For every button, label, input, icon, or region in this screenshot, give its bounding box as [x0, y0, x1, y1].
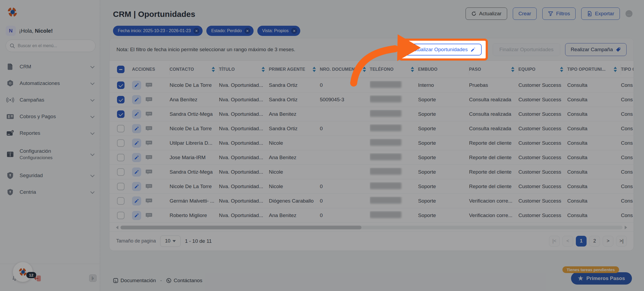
edit-icon[interactable] [132, 196, 141, 206]
documentation-link[interactable]: Documentación [113, 278, 156, 283]
select-all-checkbox[interactable] [117, 66, 125, 73]
table-row[interactable]: Roberto Migliore Nva. Oportunidad... Ana… [109, 208, 634, 223]
table-row[interactable]: Sandra Ortiz-Mega Nva. Oportunidad... An… [109, 107, 634, 121]
sort-icon[interactable] [612, 67, 617, 72]
first-steps-button[interactable]: ★ Primeros Pasos [571, 272, 632, 285]
table-row[interactable]: Jose Maria-IRM Nva. Oportunidad... Ana B… [109, 150, 634, 165]
comment-icon[interactable] [144, 153, 153, 162]
table-row[interactable]: Nicole De La Torre Nva. Oportunidad... S… [109, 78, 634, 92]
edit-icon[interactable] [132, 110, 141, 119]
filters-button[interactable]: Filtros [542, 8, 576, 20]
comment-icon[interactable] [144, 182, 153, 191]
create-button[interactable]: Crear [513, 8, 537, 20]
sort-icon[interactable] [509, 67, 514, 72]
row-checkbox[interactable] [117, 139, 125, 147]
table-row[interactable]: Ana Benítez Nva. Oportunidad... Sandra O… [109, 92, 634, 107]
comment-icon[interactable] [144, 139, 153, 148]
sort-icon[interactable] [361, 67, 366, 72]
comment-icon[interactable] [144, 167, 153, 177]
last-page-button[interactable]: >| [616, 236, 627, 247]
edit-icon[interactable] [132, 95, 141, 104]
scrollbar-thumb[interactable] [120, 226, 361, 229]
row-checkbox[interactable] [117, 168, 125, 176]
table-row[interactable]: Utilpar Librería D... Nva. Oportunidad..… [109, 136, 634, 150]
edit-icon[interactable] [132, 124, 141, 133]
chevron-down-icon[interactable] [90, 189, 95, 194]
column-header-contacto[interactable]: CONTACTO [170, 64, 219, 75]
sidebar-item-configuracion[interactable]: ConfiguraciónConfiguraciones [0, 141, 100, 167]
chevron-down-icon[interactable] [90, 81, 95, 85]
comment-icon[interactable] [144, 196, 153, 206]
update-opportunities-button[interactable]: Actualizar Oportunidades [405, 44, 482, 55]
chevron-down-icon[interactable] [90, 130, 95, 135]
sidebar-item-centria[interactable]: Centria [0, 184, 100, 200]
scroll-right-icon[interactable] [625, 226, 627, 229]
close-icon[interactable]: ✕ [193, 28, 199, 34]
column-header-equipo[interactable]: EQUIPO [518, 64, 567, 75]
edit-icon[interactable] [132, 81, 141, 90]
sort-icon[interactable] [310, 67, 316, 72]
comment-icon[interactable] [144, 95, 153, 104]
edit-icon[interactable] [132, 153, 141, 162]
create-campaign-button[interactable]: Realizar Campaña [565, 43, 627, 56]
close-icon[interactable]: ✕ [244, 28, 250, 34]
chevron-down-icon[interactable] [90, 97, 95, 102]
app-logo-icon[interactable] [6, 5, 19, 19]
row-checkbox[interactable] [117, 212, 125, 219]
chevron-down-icon[interactable] [90, 173, 95, 177]
row-checkbox[interactable] [117, 183, 125, 190]
comment-icon[interactable] [144, 211, 153, 220]
row-checkbox[interactable] [117, 197, 125, 205]
comment-icon[interactable] [144, 110, 153, 119]
column-header-paso[interactable]: PASO [469, 64, 518, 75]
table-row[interactable]: Nicole De La Torre Nva. Oportunidad... S… [109, 121, 634, 136]
sidebar-item-campanas[interactable]: Campañas [0, 92, 100, 108]
chevron-down-icon[interactable] [90, 64, 95, 68]
column-header-nro-documento[interactable]: NRO. DOCUMENTO [320, 64, 370, 75]
column-header-embudo[interactable]: EMBUDO [418, 64, 469, 75]
table-row[interactable]: Germán Malvetti- ... Nva. Oportunidad...… [109, 194, 634, 208]
row-checkbox[interactable] [117, 81, 125, 89]
comment-icon[interactable] [144, 124, 153, 133]
row-checkbox[interactable] [117, 96, 125, 103]
page-1-button[interactable]: 1 [576, 236, 587, 247]
row-checkbox[interactable] [117, 125, 125, 132]
sidebar-collapse-button[interactable]: |‹ [89, 274, 97, 282]
sort-icon[interactable] [409, 67, 414, 72]
row-checkbox[interactable] [117, 110, 125, 118]
more-options-button[interactable]: ... [625, 10, 632, 17]
sort-icon[interactable] [259, 67, 265, 72]
refresh-button[interactable]: Actualizar [466, 8, 507, 20]
column-header-tipo-oportunidad[interactable]: TIPO OPORTUNI... [567, 64, 621, 75]
sidebar-item-crm[interactable]: CRM [0, 58, 100, 75]
column-header-telefono[interactable]: TELÉFONO [370, 64, 418, 75]
first-page-button[interactable]: |< [549, 236, 560, 247]
table-row[interactable]: Sandra Ortiz-Mega Nva. Oportunidad... Ni… [109, 165, 634, 179]
user-avatar[interactable]: N [6, 26, 16, 36]
column-header-titulo[interactable]: TÍTULO [219, 64, 269, 75]
export-button[interactable]: Exportar [581, 8, 620, 20]
sidebar-item-reportes[interactable]: Reportes [0, 125, 100, 141]
chevron-down-icon[interactable] [90, 114, 95, 118]
table-row[interactable]: Nicole De La Torre Nva. Oportunidad... N… [109, 179, 634, 194]
edit-icon[interactable] [132, 139, 141, 148]
row-checkbox[interactable] [117, 154, 125, 161]
close-icon[interactable]: ✕ [291, 28, 297, 34]
sidebar-item-seguridad[interactable]: Seguridad [0, 167, 100, 184]
next-page-button[interactable]: > [603, 236, 613, 247]
prev-page-button[interactable]: < [562, 236, 573, 247]
edit-icon[interactable] [132, 167, 141, 177]
sidebar-item-automatizaciones[interactable]: Automatizaciones [0, 75, 100, 92]
contact-link[interactable]: Contáctanos [166, 278, 202, 283]
search-input[interactable] [18, 43, 92, 48]
chevron-down-icon[interactable] [90, 152, 95, 156]
column-header-primer-agente[interactable]: PRIMER AGENTE [269, 64, 320, 75]
scrollbar-track[interactable] [120, 226, 623, 229]
sort-icon[interactable] [558, 67, 563, 72]
page-2-button[interactable]: 2 [589, 236, 600, 247]
edit-icon[interactable] [132, 211, 141, 220]
page-size-select[interactable]: 10 [160, 236, 181, 247]
scroll-left-icon[interactable] [116, 226, 118, 229]
finalize-opportunities-button[interactable]: Finalizar Oportunidades [493, 43, 560, 56]
sidebar-item-cobros[interactable]: Cobros y Pagos [0, 108, 100, 125]
